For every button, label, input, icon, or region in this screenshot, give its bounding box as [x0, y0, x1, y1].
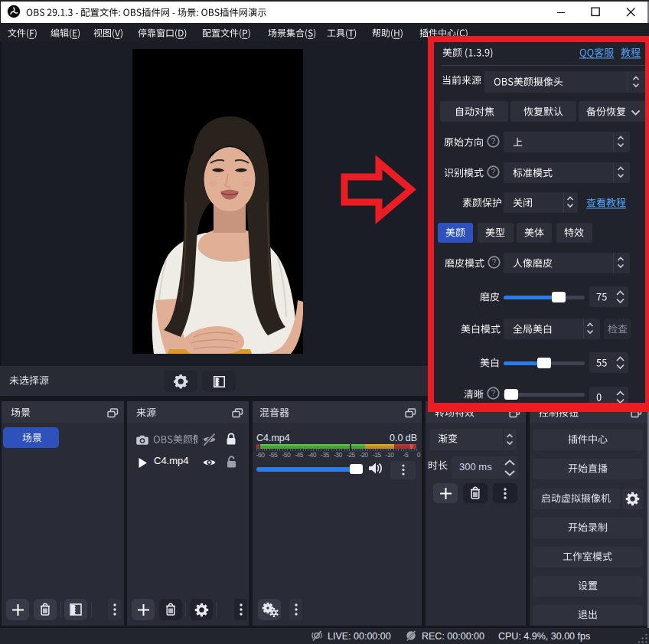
svg-text:?: ?	[491, 136, 496, 145]
svg-text:?: ?	[492, 257, 497, 266]
svg-text:?: ?	[491, 167, 496, 176]
svg-text:?: ?	[491, 388, 496, 397]
